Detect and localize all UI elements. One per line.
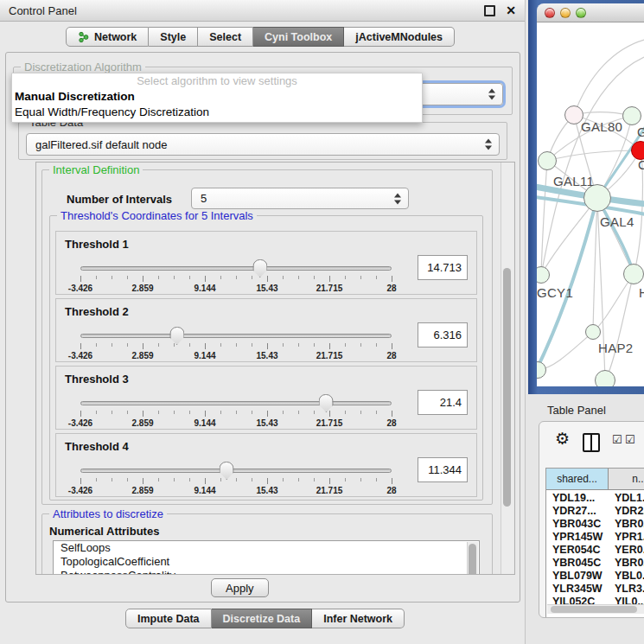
tab-label: Network [94, 31, 137, 43]
tab-label: Impute Data [137, 613, 200, 625]
tab-network[interactable]: Network [66, 27, 149, 47]
table-row[interactable]: YLR345WYLR3... [546, 583, 644, 596]
tab-impute-data[interactable]: Impute Data [125, 609, 212, 628]
control-panel-tabs: Network Style Select Cyni Toolbox jActiv… [66, 27, 455, 47]
list-scrollbar[interactable] [467, 542, 478, 575]
node-g[interactable] [622, 106, 641, 125]
number-of-intervals-value: 5 [201, 192, 207, 205]
number-of-intervals-label: Number of Intervals [67, 193, 172, 206]
settings-scrollbar[interactable] [501, 163, 513, 574]
table-data-combobox[interactable]: galFiltered.sif default node [26, 133, 500, 156]
threshold-2-slider[interactable]: -3.426 2.859 9.144 15.43 21.715 28 [80, 330, 392, 360]
dropdown-option-manual-discretization[interactable]: Manual Discretization [12, 89, 422, 105]
node-label-hap2: HAP2 [598, 341, 633, 355]
slider-track[interactable] [80, 334, 392, 338]
table-row[interactable]: YBL079WYBL0... [546, 570, 644, 583]
slider-scale: -3.426 2.859 9.144 15.43 21.715 28 [80, 486, 392, 496]
attributes-to-discretize-group: Attributes to discretize Numerical Attri… [41, 513, 493, 575]
network-canvas[interactable]: GAL80 G C GAL11 GAL4 GCY1 H HAP2 [537, 22, 644, 386]
zoom-traffic-light[interactable] [576, 8, 586, 18]
slider-thumb[interactable] [220, 462, 234, 480]
node-label-gal80: GAL80 [581, 119, 622, 134]
columns-icon[interactable] [583, 433, 600, 452]
tab-label: Cyni Toolbox [265, 31, 332, 43]
table-horizontal-scrollbar[interactable] [547, 604, 644, 614]
threshold-1-slider[interactable]: -3.426 2.859 9.144 15.43 21.715 28 [80, 263, 392, 292]
apply-button[interactable]: Apply [211, 578, 269, 597]
tab-style[interactable]: Style [149, 27, 198, 47]
node-gal11[interactable] [538, 151, 557, 170]
column-header-name[interactable]: n... [609, 469, 644, 490]
slider-track[interactable] [80, 469, 392, 473]
close-icon[interactable]: ✕ [506, 4, 516, 16]
node-label-c: C [638, 157, 644, 172]
node-hap2[interactable] [585, 324, 601, 340]
slider-thumb[interactable] [252, 259, 267, 277]
threshold-3-slider[interactable]: -3.426 2.859 9.144 15.43 21.715 28 [80, 398, 392, 427]
table-row[interactable]: YPR145WYPR1... [546, 531, 644, 544]
threshold-label: Threshold 1 [65, 238, 129, 251]
numerical-attributes-list: SelfLoops TopologicalCoefficient Between… [53, 540, 480, 575]
node-h[interactable] [623, 264, 644, 284]
table-data-group: Table Data galFiltered.sif default node [18, 122, 507, 160]
cyni-bottom-tabs: Impute Data Discretize Data Infer Networ… [125, 609, 405, 628]
number-of-intervals-combobox[interactable]: 5 [191, 188, 409, 209]
table-panel: ⚙ ☑ ☑ shared... n... YDL19...YDL1... YDR… [539, 421, 644, 618]
slider-thumb[interactable] [169, 327, 184, 345]
group-title: Threshold's Coordinates for 5 Intervals [57, 209, 257, 222]
table-row[interactable]: YBR043CYBR0... [546, 518, 644, 531]
settings-scroll-pane: Interval Definition Number of Intervals … [35, 162, 515, 575]
interval-definition-group: Interval Definition Number of Intervals … [41, 169, 493, 505]
table-row[interactable]: YER054CYER0... [546, 544, 644, 557]
list-item-betweennesscentrality[interactable]: BetweennessCentrality [54, 569, 479, 575]
threshold-4-slider[interactable]: -3.426 2.859 9.144 15.43 21.715 28 [80, 465, 392, 494]
minimize-traffic-light[interactable] [560, 8, 571, 18]
slider-thumb[interactable] [319, 394, 334, 412]
threshold-3-panel: Threshold 3 -3.426 2.859 9.144 15.43 [55, 366, 477, 430]
threshold-1-panel: Threshold 1 -3.426 2.859 9.144 15.43 [55, 231, 477, 295]
tab-label: Style [160, 31, 186, 43]
threshold-1-value-field[interactable]: 14.713 [418, 255, 468, 280]
slider-track[interactable] [80, 266, 392, 271]
column-header-shared-name[interactable]: shared... [546, 469, 609, 490]
tab-cyni-toolbox[interactable]: Cyni Toolbox [253, 27, 344, 47]
group-title: Interval Definition [49, 163, 143, 176]
tab-label: jActiveMNodules [355, 31, 443, 43]
threshold-label: Threshold 2 [65, 305, 129, 318]
checkbox-1-checked[interactable]: ☑ [612, 434, 622, 445]
tab-jactivemnodules[interactable]: jActiveMNodules [344, 27, 455, 47]
tab-select[interactable]: Select [198, 27, 253, 47]
float-window-icon[interactable] [484, 5, 495, 16]
threshold-2-value-field[interactable]: 6.316 [418, 322, 468, 348]
threshold-3-value-field[interactable]: 21.4 [418, 390, 468, 415]
list-item-topologicalcoefficient[interactable]: TopologicalCoefficient [54, 555, 479, 569]
window-title: Control Panel [9, 4, 77, 17]
tab-label: Infer Network [323, 613, 392, 625]
table-row[interactable]: YDL19...YDL1... [546, 492, 644, 505]
node-label-gal11: GAL11 [553, 174, 594, 188]
slider-ticks [80, 478, 392, 481]
node-bottom[interactable] [595, 370, 615, 386]
gear-icon[interactable]: ⚙ [555, 430, 570, 447]
table-row[interactable]: YDR27...YDR2... [546, 505, 644, 518]
slider-scale: -3.426 2.859 9.144 15.43 21.715 28 [80, 351, 392, 361]
network-icon [78, 31, 89, 43]
slider-scale: -3.426 2.859 9.144 15.43 21.715 28 [80, 284, 392, 294]
group-title: Discretization Algorithm [21, 61, 145, 73]
network-view-window: GAL80 G C GAL11 GAL4 GCY1 H HAP2 [528, 0, 644, 394]
close-traffic-light[interactable] [545, 8, 555, 18]
table-panel-region: Table Panel ⚙ ☑ ☑ shared... n... YDL19..… [526, 394, 644, 644]
dropdown-placeholder-option[interactable]: Select algorithm to view settings [12, 73, 422, 89]
tab-discretize-data[interactable]: Discretize Data [212, 609, 313, 628]
tab-label: Discretize Data [223, 613, 301, 625]
slider-track[interactable] [80, 401, 392, 405]
table-row[interactable]: YBR045CYBR0... [546, 557, 644, 570]
threshold-label: Threshold 4 [65, 440, 129, 453]
table-data-value: galFiltered.sif default node [35, 138, 167, 151]
list-item-selfloops[interactable]: SelfLoops [54, 541, 479, 555]
dropdown-option-equal-width-frequency[interactable]: Equal Width/Frequency Discretization [12, 105, 422, 120]
threshold-4-value-field[interactable]: 11.344 [418, 457, 468, 482]
combo-arrows-icon [394, 193, 401, 204]
checkbox-2-checked[interactable]: ☑ [625, 434, 635, 445]
tab-infer-network[interactable]: Infer Network [312, 609, 405, 628]
